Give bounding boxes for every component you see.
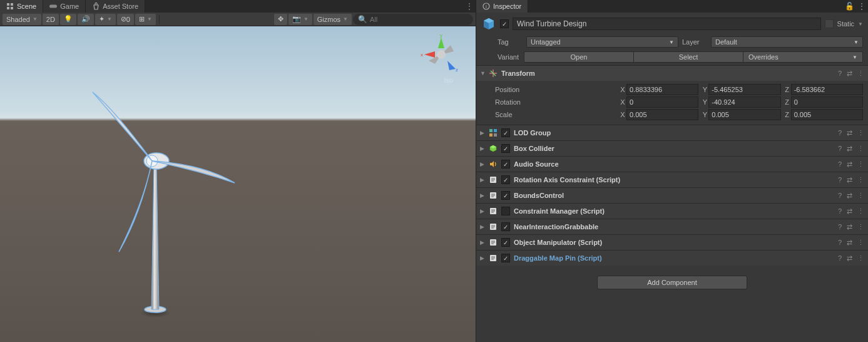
- component-header[interactable]: ▶✓LOD Group?⇄⋮: [476, 125, 868, 140]
- tab-scene[interactable]: Scene: [0, 0, 43, 13]
- preset-icon[interactable]: ⇄: [847, 254, 852, 262]
- 2d-toggle[interactable]: 2D: [43, 14, 59, 25]
- help-icon[interactable]: ?: [838, 145, 842, 153]
- component-enable-checkbox[interactable]: ✓: [501, 222, 510, 231]
- tab-asset-store[interactable]: Asset Store: [86, 0, 145, 13]
- light-toggle[interactable]: 💡: [60, 14, 76, 25]
- kebab-icon[interactable]: ⋮: [857, 192, 864, 200]
- search-input[interactable]: [370, 16, 468, 23]
- static-checkbox[interactable]: [825, 19, 834, 28]
- select-button[interactable]: Select: [634, 51, 743, 63]
- gizmos-dropdown[interactable]: Gizmos ▼: [314, 14, 352, 25]
- help-icon[interactable]: ?: [838, 129, 842, 137]
- component-enable-checkbox[interactable]: ✓: [501, 191, 510, 200]
- wind-turbine-model[interactable]: [81, 51, 244, 327]
- kebab-icon[interactable]: ⋮: [857, 207, 864, 215]
- orientation-gizmo[interactable]: x y z: [419, 33, 463, 76]
- component-enable-checkbox[interactable]: ✓: [501, 175, 510, 184]
- camera-mode[interactable]: 📷▼: [288, 14, 312, 25]
- rotation-z-field[interactable]: [791, 96, 863, 108]
- preset-icon[interactable]: ⇄: [847, 129, 852, 137]
- prefab-icon[interactable]: [481, 16, 496, 31]
- preset-icon[interactable]: ⇄: [847, 192, 852, 200]
- tag-layer-row: Tag Untagged ▼ Layer Default ▼: [476, 35, 868, 49]
- position-y-field[interactable]: [708, 84, 780, 95]
- position-z-field[interactable]: [791, 84, 863, 95]
- preset-icon[interactable]: ⇄: [847, 239, 852, 247]
- static-dropdown-arrow[interactable]: ▼: [858, 21, 863, 27]
- component-header[interactable]: ▶✓NearInteractionGrabbable?⇄⋮: [476, 219, 868, 234]
- preset-icon[interactable]: ⇄: [847, 145, 852, 153]
- kebab-icon[interactable]: ⋮: [857, 160, 864, 168]
- component-enable-checkbox[interactable]: ✓: [501, 238, 510, 247]
- add-component-button[interactable]: Add Component: [597, 276, 747, 289]
- tool-handle[interactable]: ✥: [274, 14, 287, 25]
- fx-toggle[interactable]: ✦▼: [95, 14, 116, 25]
- layer-dropdown[interactable]: Default ▼: [711, 36, 863, 48]
- axis-z-label: Z: [784, 98, 791, 106]
- component-actions: ?⇄⋮: [838, 192, 864, 200]
- position-x-field[interactable]: [626, 84, 698, 95]
- scale-x-field[interactable]: [626, 109, 698, 120]
- kebab-icon[interactable]: ⋮: [857, 145, 864, 153]
- kebab-icon[interactable]: ⋮: [857, 70, 864, 78]
- position-row: Position X Y Z: [495, 83, 863, 96]
- help-icon[interactable]: ?: [838, 254, 842, 262]
- svg-rect-0: [7, 3, 9, 6]
- tag-value: Untagged: [531, 38, 561, 46]
- kebab-icon[interactable]: ⋮: [857, 254, 864, 262]
- preset-icon[interactable]: ⇄: [847, 176, 852, 184]
- component-header[interactable]: ▶✓Object Manipulator (Script)?⇄⋮: [476, 235, 868, 250]
- preset-icon[interactable]: ⇄: [847, 70, 852, 78]
- kebab-icon[interactable]: ⋮: [857, 176, 864, 184]
- component-header[interactable]: ▶✓Rotation Axis Constraint (Script)?⇄⋮: [476, 172, 868, 187]
- preset-icon[interactable]: ⇄: [847, 160, 852, 168]
- component-enable-checkbox[interactable]: ✓: [501, 254, 510, 262]
- component-enable-checkbox[interactable]: ✓: [501, 144, 510, 153]
- kebab-icon[interactable]: ⋮: [857, 223, 864, 231]
- scale-y-field[interactable]: [708, 109, 780, 120]
- tab-game[interactable]: Game: [43, 0, 86, 13]
- open-button[interactable]: Open: [524, 51, 634, 63]
- hidden-objects[interactable]: ⊘0: [117, 14, 134, 25]
- help-icon[interactable]: ?: [838, 160, 842, 168]
- preset-icon[interactable]: ⇄: [847, 207, 852, 215]
- svg-text:i: i: [486, 4, 487, 9]
- tag-dropdown[interactable]: Untagged ▼: [526, 36, 678, 48]
- help-icon[interactable]: ?: [838, 223, 842, 231]
- component-header[interactable]: ▶✓Draggable Map Pin (Script)?⇄⋮: [476, 251, 868, 266]
- preset-icon[interactable]: ⇄: [847, 223, 852, 231]
- component-enable-checkbox[interactable]: [501, 207, 510, 215]
- grid-dropdown[interactable]: ⊞▼: [135, 14, 156, 25]
- inspector-menu[interactable]: ⋮: [855, 0, 868, 13]
- component-header[interactable]: ▶✓Box Collider?⇄⋮: [476, 141, 868, 156]
- active-checkbox[interactable]: ✓: [500, 19, 509, 28]
- component-enable-checkbox[interactable]: ✓: [501, 160, 510, 168]
- help-icon[interactable]: ?: [838, 70, 842, 78]
- rotation-y-field[interactable]: [708, 96, 780, 108]
- component-header[interactable]: ▶✓BoundsControl?⇄⋮: [476, 188, 868, 203]
- component-header[interactable]: ▶Constraint Manager (Script)?⇄⋮: [476, 204, 868, 219]
- audio-toggle[interactable]: 🔊: [78, 14, 94, 25]
- help-icon[interactable]: ?: [838, 192, 842, 200]
- inspector-lock[interactable]: 🔓: [843, 0, 855, 13]
- tab-inspector[interactable]: i Inspector: [476, 0, 528, 13]
- help-icon[interactable]: ?: [838, 207, 842, 215]
- transform-header[interactable]: ▼ Transform ? ⇄ ⋮: [476, 66, 868, 81]
- scene-viewport[interactable]: x y z Iso: [0, 26, 476, 342]
- kebab-icon[interactable]: ⋮: [857, 239, 864, 247]
- component-header[interactable]: ▶✓Audio Source?⇄⋮: [476, 157, 868, 172]
- component-box-collider: ▶✓Box Collider?⇄⋮: [476, 140, 868, 156]
- rotation-x-field[interactable]: [626, 96, 698, 108]
- caret-down-icon: ▼: [343, 16, 348, 22]
- component-enable-checkbox[interactable]: ✓: [501, 128, 510, 137]
- kebab-icon[interactable]: ⋮: [857, 129, 864, 137]
- left-tab-menu[interactable]: ⋮: [463, 0, 476, 13]
- help-icon[interactable]: ?: [838, 176, 842, 184]
- overrides-dropdown[interactable]: Overrides ▼: [743, 51, 863, 63]
- object-name-field[interactable]: [513, 18, 821, 30]
- scene-search[interactable]: 🔍: [353, 14, 473, 25]
- shaded-dropdown[interactable]: Shaded ▼: [3, 14, 41, 25]
- scale-z-field[interactable]: [791, 109, 863, 120]
- help-icon[interactable]: ?: [838, 239, 842, 247]
